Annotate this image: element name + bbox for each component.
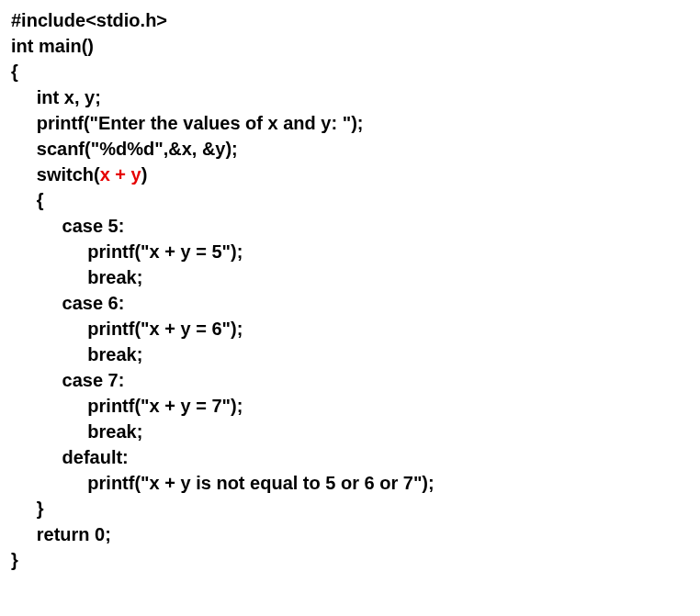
code-line: {: [11, 187, 689, 213]
switch-suffix: ): [141, 164, 148, 185]
code-line: return 0;: [11, 521, 689, 547]
code-line: case 7:: [11, 367, 689, 393]
code-line: default:: [11, 444, 689, 470]
code-line: {: [11, 59, 689, 84]
code-line: break;: [11, 342, 689, 367]
code-line: printf("x + y = 6");: [11, 316, 689, 342]
code-line: #include<stdio.h>: [11, 7, 689, 33]
code-line: int x, y;: [11, 84, 689, 110]
code-line: }: [11, 547, 689, 573]
code-line: printf("x + y is not equal to 5 or 6 or …: [11, 470, 689, 496]
code-line: scanf("%d%d",&x, &y);: [11, 136, 689, 162]
code-line: break;: [11, 264, 689, 290]
code-line: switch(x + y): [11, 162, 689, 187]
code-block: #include<stdio.h> int main() { int x, y;…: [11, 7, 689, 573]
code-line: case 5:: [11, 213, 689, 239]
code-line: break;: [11, 419, 689, 444]
code-line: printf("x + y = 7");: [11, 393, 689, 419]
code-line: case 6:: [11, 290, 689, 316]
code-line: printf("Enter the values of x and y: ");: [11, 110, 689, 136]
switch-prefix: switch(: [11, 164, 100, 185]
code-line: printf("x + y = 5");: [11, 239, 689, 264]
code-line: int main(): [11, 33, 689, 59]
switch-expression-highlight: x + y: [100, 164, 141, 185]
code-line: }: [11, 496, 689, 521]
